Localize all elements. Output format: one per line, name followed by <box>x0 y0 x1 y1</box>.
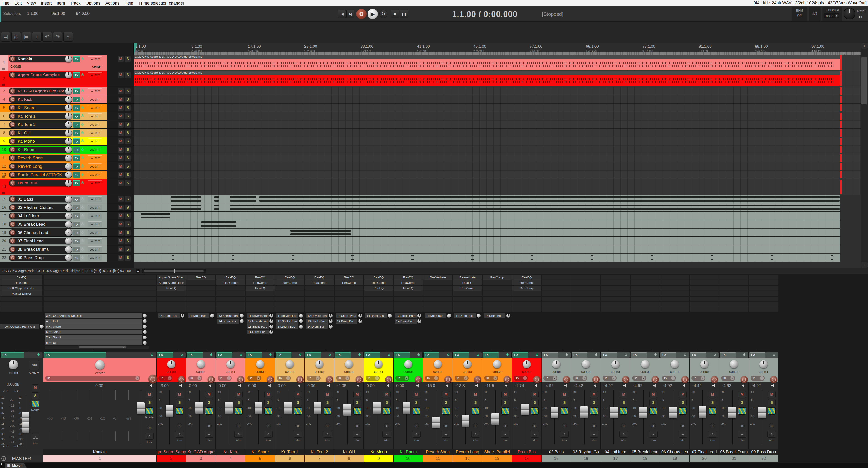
strip-fx-button[interactable]: FX <box>423 352 452 358</box>
track-name[interactable]: Kontakt <box>18 57 64 62</box>
track-name[interactable]: Reverb Long <box>18 164 64 169</box>
fx-power-section[interactable] <box>80 172 85 178</box>
fx-chip[interactable]: FX <box>73 238 85 244</box>
audio-item-bar[interactable] <box>290 233 351 235</box>
strip-record-arm[interactable] <box>178 376 185 383</box>
fx-chip[interactable]: FX <box>73 113 85 119</box>
strip-pan-knob[interactable] <box>523 360 531 368</box>
fx-slot[interactable]: ReaComp <box>335 280 364 285</box>
track-header-10[interactable]: 10Kt. RoomFXtrimMS <box>0 146 134 154</box>
solo-button[interactable]: S <box>125 196 131 202</box>
strip-fx-button[interactable]: FX <box>335 352 364 358</box>
audio-item-dot[interactable] <box>232 259 234 260</box>
pan-knob[interactable] <box>65 129 72 136</box>
strip-trim-button[interactable] <box>471 431 480 438</box>
audio-item-bar[interactable] <box>290 230 351 231</box>
strip-pan-knob[interactable] <box>197 360 205 368</box>
fx-chip[interactable]: FX <box>73 88 85 94</box>
strip-route-button[interactable] <box>620 407 627 415</box>
track-number-cell[interactable]: 7 <box>0 121 8 128</box>
track-name[interactable]: 02 Bass <box>18 197 64 202</box>
fx-slot[interactable]: Aggro Snare Direc <box>157 275 186 280</box>
strip-fx-button[interactable]: FX <box>512 352 541 358</box>
strip-phase-button[interactable]: ø <box>147 425 152 431</box>
hscroll-left-button[interactable]: ◀ <box>135 269 140 273</box>
strip-name[interactable]: Kt. Kick <box>216 449 245 455</box>
strip-mute-button[interactable]: M <box>531 391 539 398</box>
record-arm-button[interactable] <box>10 196 16 202</box>
pan-knob[interactable] <box>65 96 72 103</box>
arrange-track-lane-22[interactable] <box>134 254 840 262</box>
send-knob[interactable] <box>143 319 147 323</box>
track-name-bar[interactable]: Kontakt <box>9 56 72 62</box>
send-slot[interactable]: 8:Kt. OH <box>45 341 142 345</box>
send-slot[interactable]: 14:Drum Bus <box>425 313 446 318</box>
pan-knob[interactable] <box>65 171 72 178</box>
fx-chip[interactable]: FX <box>73 138 85 144</box>
send-knob[interactable] <box>329 314 333 318</box>
strip-phase-button[interactable]: ø <box>384 423 389 428</box>
strip-phase-button[interactable]: ø <box>236 423 241 428</box>
menu-item-item[interactable]: Item <box>54 1 68 6</box>
send-slot[interactable]: 14:Drum Bus <box>188 313 209 318</box>
strip-name[interactable]: 09 Bass Drop <box>749 449 778 455</box>
track-name-bar[interactable]: Kt. GGD Aggressive Rock <box>9 88 72 94</box>
rate-value[interactable]: 1.0 <box>859 15 863 19</box>
record-arm-button[interactable] <box>10 72 16 78</box>
menu-item-options[interactable]: Options <box>83 1 103 6</box>
track-volume-readout[interactable]: 0.00dB <box>10 64 21 68</box>
strip-phase-button[interactable]: ø <box>266 423 271 428</box>
transport-prev-button[interactable]: |◀ <box>338 10 346 18</box>
fx-power-section[interactable] <box>80 113 85 119</box>
track-name[interactable]: 04 Lofi Intro <box>18 213 64 218</box>
strip-pan-knob[interactable] <box>286 360 294 368</box>
audio-item-bar[interactable] <box>201 221 236 223</box>
track-name-bar[interactable]: 04 Lofi Intro <box>9 213 72 219</box>
audio-item-dot[interactable] <box>651 255 653 256</box>
strip-fx-button[interactable]: FX <box>453 352 482 358</box>
strip-route-button[interactable] <box>265 407 272 415</box>
send-knob[interactable] <box>477 314 480 318</box>
track-name[interactable]: Kt. Mono <box>18 139 64 144</box>
strip-volume-readout[interactable]: 0.00 <box>189 383 197 388</box>
solo-button[interactable]: S <box>125 205 131 211</box>
midi-item-body[interactable] <box>134 74 840 86</box>
send-knob[interactable] <box>358 319 362 323</box>
track-number-cell[interactable]: 6 <box>0 112 8 120</box>
track-header-20[interactable]: 2007 Final LeadFXtrimMS <box>0 237 134 245</box>
strip-record-arm[interactable] <box>267 376 274 383</box>
send-slot[interactable]: 13:Shells Para <box>217 313 239 318</box>
strip-fx-button[interactable]: FX <box>601 352 630 358</box>
mute-button[interactable]: M <box>118 229 124 236</box>
transport-stop-button[interactable]: ■ <box>391 10 399 18</box>
strip-mute-button[interactable]: M <box>294 391 302 398</box>
strip-fx-button[interactable]: FX <box>749 352 778 358</box>
strip-fx-button[interactable]: FX <box>690 352 719 358</box>
midi-item-body[interactable] <box>134 59 840 70</box>
strip-record-arm[interactable] <box>296 376 304 383</box>
trim-envelope-chip[interactable]: trim <box>88 255 102 261</box>
mute-button[interactable]: M <box>118 130 124 136</box>
strip-record-arm[interactable] <box>326 376 333 383</box>
trim-envelope-chip[interactable]: trim <box>88 163 102 169</box>
timesig-box[interactable]: 4/4 <box>809 7 820 21</box>
solo-button[interactable]: S <box>125 88 131 94</box>
strip-name[interactable]: Reverb Long <box>453 449 482 455</box>
strip-trim-button[interactable] <box>530 431 539 438</box>
strip-route-button[interactable] <box>531 407 539 415</box>
strip-pan-knob[interactable] <box>167 360 176 368</box>
strip-record-arm[interactable] <box>622 376 629 383</box>
arrange-track-lane-15[interactable] <box>134 195 840 203</box>
strip-input-pill[interactable]: in▼ <box>218 376 232 381</box>
trim-envelope-chip[interactable]: trim <box>88 113 102 119</box>
fx-slot[interactable]: ReaComp <box>364 280 393 285</box>
strip-trim-button[interactable] <box>679 431 687 438</box>
strip-fx-button[interactable]: FX <box>216 352 245 358</box>
audio-item-dot[interactable] <box>471 255 473 256</box>
send-knob[interactable] <box>417 319 421 323</box>
strip-name[interactable]: 02 Bass <box>541 449 571 455</box>
transport-next-button[interactable]: ▶| <box>346 10 354 18</box>
strip-fx-button[interactable]: FX <box>571 352 600 358</box>
strip-route-button[interactable] <box>590 407 598 415</box>
strip-volume-readout[interactable]: 0.00 <box>278 383 286 388</box>
